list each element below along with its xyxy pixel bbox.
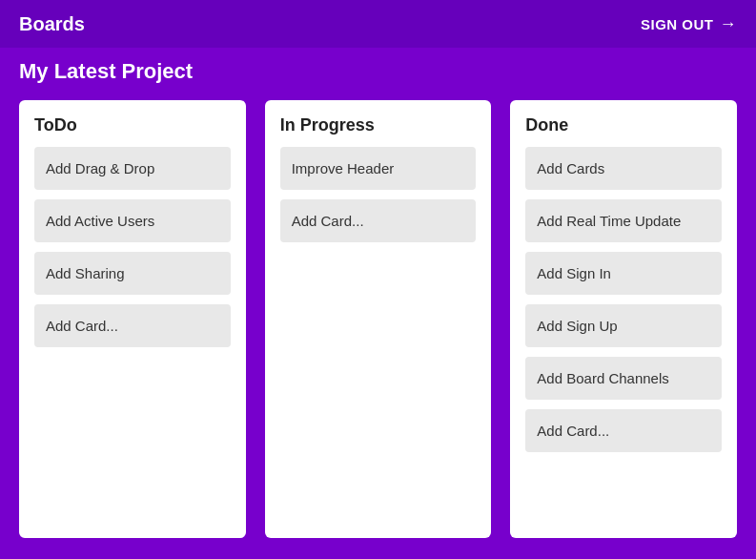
column-todo: ToDoAdd Drag & DropAdd Active UsersAdd S… xyxy=(19,100,246,538)
card[interactable]: Add Cards xyxy=(525,147,722,190)
card[interactable]: Add Real Time Update xyxy=(525,199,722,242)
app-header: Boards SIGN OUT → xyxy=(0,0,756,48)
sign-out-button[interactable]: SIGN OUT → xyxy=(641,14,737,34)
card[interactable]: Improve Header xyxy=(280,147,477,190)
card[interactable]: Add Sign In xyxy=(525,252,722,295)
column-done: DoneAdd CardsAdd Real Time UpdateAdd Sig… xyxy=(510,100,737,538)
card[interactable]: Add Sharing xyxy=(34,252,231,295)
sign-out-label: SIGN OUT xyxy=(641,16,714,32)
column-in-progress: In ProgressImprove HeaderAdd Card... xyxy=(265,100,492,538)
column-title-todo: ToDo xyxy=(34,115,231,135)
card[interactable]: Add Card... xyxy=(525,409,722,452)
card[interactable]: Add Card... xyxy=(280,199,477,242)
card[interactable]: Add Drag & Drop xyxy=(34,147,231,190)
column-title-in-progress: In Progress xyxy=(280,115,477,135)
project-title: My Latest Project xyxy=(0,48,756,95)
card[interactable]: Add Board Channels xyxy=(525,357,722,400)
card[interactable]: Add Card... xyxy=(34,304,231,347)
app-title: Boards xyxy=(19,13,85,35)
column-title-done: Done xyxy=(525,115,722,135)
card[interactable]: Add Active Users xyxy=(34,199,231,242)
sign-out-icon: → xyxy=(720,14,738,34)
card[interactable]: Add Sign Up xyxy=(525,304,722,347)
board-container: ToDoAdd Drag & DropAdd Active UsersAdd S… xyxy=(0,95,756,557)
